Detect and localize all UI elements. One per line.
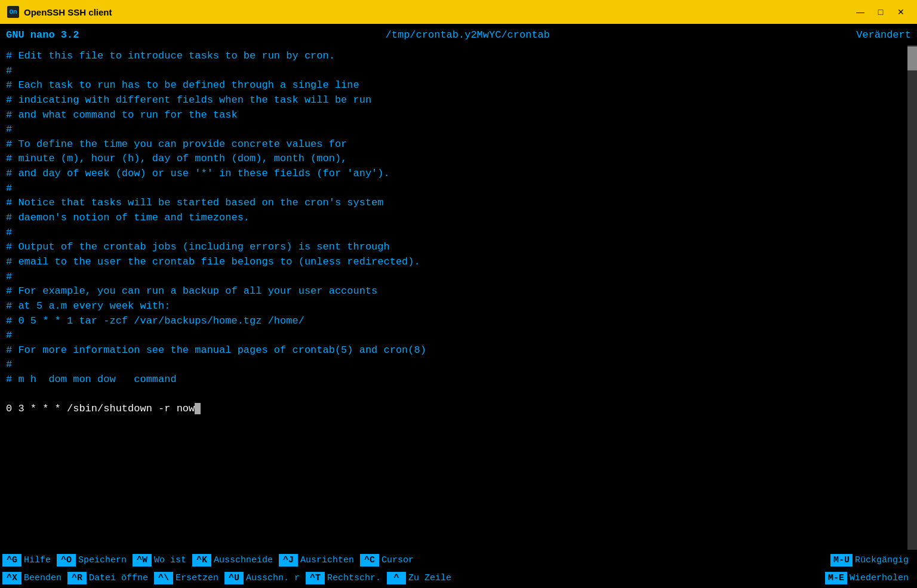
editor-line: # email to the user the crontab file bel… bbox=[6, 255, 901, 270]
shortcut-key: ^C bbox=[360, 554, 379, 567]
editor-line: # daemon's notion of time and timezones. bbox=[6, 211, 901, 226]
editor-line: # and what command to run for the task bbox=[6, 108, 901, 123]
editor-line: # Output of the crontab jobs (including … bbox=[6, 240, 901, 255]
editor-line: # bbox=[6, 64, 901, 79]
cursor bbox=[195, 403, 201, 414]
shortcut-item[interactable]: ^RDatei öffne bbox=[67, 569, 153, 587]
shortcut-key: ^U bbox=[224, 572, 244, 584]
shortcut-key: ^\ bbox=[154, 572, 173, 584]
nano-version: GNU nano 3.2 bbox=[6, 29, 79, 41]
shortcut-item[interactable]: ^TRechtschr. bbox=[306, 569, 386, 587]
shortcut-key: M-U bbox=[830, 554, 853, 567]
shortcut-item[interactable]: ^OSpeichern bbox=[57, 551, 131, 569]
shortcut-label: Ausschn. r bbox=[244, 572, 304, 584]
shortcut-label: Rückgängig bbox=[853, 554, 913, 567]
shortcut-item[interactable]: ^WWo ist bbox=[133, 551, 191, 569]
editor-line: # bbox=[6, 358, 901, 372]
shortcut-label: Wiederholen bbox=[847, 572, 913, 584]
nano-status-bar: GNU nano 3.2 /tmp/crontab.y2MwYC/crontab… bbox=[0, 24, 917, 45]
editor-line: # Edit this file to introduce tasks to b… bbox=[6, 49, 901, 64]
file-path: /tmp/crontab.y2MwYC/crontab bbox=[386, 29, 550, 41]
modified-indicator: Verändert bbox=[856, 29, 911, 41]
editor-line: # For more information see the manual pa… bbox=[6, 343, 901, 358]
shortcut-row-2: ^XBeenden^RDatei öffne^\Ersetzen^UAussch… bbox=[2, 569, 915, 587]
minimize-button[interactable]: — bbox=[851, 4, 869, 20]
shortcut-key: ^G bbox=[2, 554, 21, 567]
close-button[interactable]: ✕ bbox=[892, 4, 910, 20]
shortcut-item[interactable]: ^Zu Zeile bbox=[387, 569, 456, 587]
shortcut-label: Zu Zeile bbox=[406, 572, 456, 584]
editor-line: # To define the time you can provide con… bbox=[6, 137, 901, 152]
maximize-button[interactable]: □ bbox=[872, 4, 890, 20]
editor-line: # For example, you can run a backup of a… bbox=[6, 284, 901, 299]
shortcut-label: Ausrichten bbox=[298, 554, 359, 567]
title-bar-left: On OpenSSH SSH client bbox=[7, 6, 112, 18]
app-icon: On bbox=[7, 6, 19, 18]
shortcut-row-1: ^GHilfe^OSpeichern^WWo ist^KAusschneide^… bbox=[2, 551, 915, 569]
editor-line: # Notice that tasks will be started base… bbox=[6, 196, 901, 211]
shortcut-label: Rechtschr. bbox=[325, 572, 386, 584]
shortcut-label: Wo ist bbox=[152, 554, 191, 567]
editor-line: # indicating with different fields when … bbox=[6, 93, 901, 108]
editor-line: 0 3 * * * /sbin/shutdown -r now bbox=[6, 402, 901, 417]
shortcut-label: Speichern bbox=[76, 554, 131, 567]
shortcut-item[interactable]: ^\Ersetzen bbox=[154, 569, 223, 587]
editor-line: # bbox=[6, 270, 901, 285]
editor-content[interactable]: # Edit this file to introduce tasks to b… bbox=[0, 45, 907, 550]
shortcut-key: ^K bbox=[192, 554, 211, 567]
shortcut-item-right[interactable]: M-URückgängig bbox=[830, 551, 913, 569]
shortcut-key: M-E bbox=[825, 572, 847, 584]
shortcut-item[interactable]: ^XBeenden bbox=[2, 569, 66, 587]
editor-line: # bbox=[6, 226, 901, 241]
shortcut-key: ^ bbox=[387, 572, 406, 584]
editor-line: # minute (m), hour (h), day of month (do… bbox=[6, 152, 901, 167]
window-controls: — □ ✕ bbox=[851, 4, 910, 20]
shortcut-item[interactable]: ^JAusrichten bbox=[279, 551, 359, 569]
shortcut-label: Beenden bbox=[21, 572, 66, 584]
shortcut-item[interactable]: ^UAusschn. r bbox=[224, 569, 304, 587]
shortcut-label: Cursor bbox=[379, 554, 419, 567]
shortcut-label: Ersetzen bbox=[173, 572, 223, 584]
shortcut-item[interactable]: ^CCursor bbox=[360, 551, 419, 569]
shortcut-key: ^T bbox=[306, 572, 325, 584]
window-title: OpenSSH SSH client bbox=[24, 7, 112, 17]
shortcut-key: ^X bbox=[2, 572, 21, 584]
shortcut-label: Ausschneide bbox=[211, 554, 278, 567]
terminal-wrapper: # Edit this file to introduce tasks to b… bbox=[0, 45, 917, 550]
editor-line: # bbox=[6, 122, 901, 137]
shortcut-key: ^W bbox=[133, 554, 152, 567]
editor-line: # at 5 a.m every week with: bbox=[6, 299, 901, 314]
editor-line: # 0 5 * * 1 tar -zcf /var/backups/home.t… bbox=[6, 314, 901, 329]
scrollbar-thumb[interactable] bbox=[907, 47, 917, 70]
editor-line: # bbox=[6, 181, 901, 196]
shortcut-label: Hilfe bbox=[21, 554, 56, 567]
title-bar: On OpenSSH SSH client — □ ✕ bbox=[0, 0, 917, 24]
shortcut-key: ^O bbox=[57, 554, 76, 567]
shortcut-label: Datei öffne bbox=[87, 572, 153, 584]
terminal: GNU nano 3.2 /tmp/crontab.y2MwYC/crontab… bbox=[0, 24, 917, 588]
editor-line: # and day of week (dow) or use '*' in th… bbox=[6, 167, 901, 181]
editor-line: # bbox=[6, 328, 901, 343]
app-icon-text: On bbox=[9, 8, 17, 16]
shortcut-item-right[interactable]: M-EWiederholen bbox=[825, 569, 913, 587]
shortcut-key: ^R bbox=[67, 572, 87, 584]
editor-line: # Each task to run has to be defined thr… bbox=[6, 78, 901, 93]
scrollbar[interactable] bbox=[907, 45, 917, 550]
shortcuts-bar: ^GHilfe^OSpeichern^WWo ist^KAusschneide^… bbox=[0, 550, 917, 588]
shortcut-item[interactable]: ^GHilfe bbox=[2, 551, 56, 569]
shortcut-key: ^J bbox=[279, 554, 298, 567]
editor-line bbox=[6, 387, 901, 402]
editor-line: # m h dom mon dow command bbox=[6, 372, 901, 387]
shortcut-item[interactable]: ^KAusschneide bbox=[192, 551, 278, 569]
